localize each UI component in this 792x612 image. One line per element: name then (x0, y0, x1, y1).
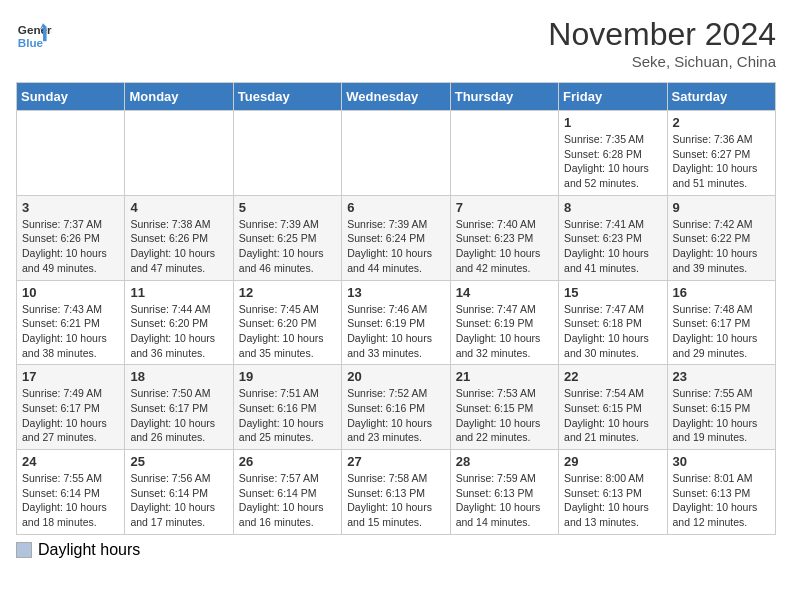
calendar-day-header: Tuesday (233, 83, 341, 111)
day-number: 13 (347, 285, 444, 300)
day-number: 3 (22, 200, 119, 215)
calendar-day-header: Friday (559, 83, 667, 111)
day-info: Sunrise: 7:39 AM Sunset: 6:25 PM Dayligh… (239, 217, 336, 276)
calendar-header-row: SundayMondayTuesdayWednesdayThursdayFrid… (17, 83, 776, 111)
calendar-cell: 15Sunrise: 7:47 AM Sunset: 6:18 PM Dayli… (559, 280, 667, 365)
calendar-cell: 30Sunrise: 8:01 AM Sunset: 6:13 PM Dayli… (667, 450, 775, 535)
day-number: 11 (130, 285, 227, 300)
day-info: Sunrise: 8:00 AM Sunset: 6:13 PM Dayligh… (564, 471, 661, 530)
day-info: Sunrise: 7:36 AM Sunset: 6:27 PM Dayligh… (673, 132, 770, 191)
day-number: 30 (673, 454, 770, 469)
legend-label: Daylight hours (38, 541, 140, 559)
day-info: Sunrise: 8:01 AM Sunset: 6:13 PM Dayligh… (673, 471, 770, 530)
day-info: Sunrise: 7:44 AM Sunset: 6:20 PM Dayligh… (130, 302, 227, 361)
day-number: 24 (22, 454, 119, 469)
calendar-day-header: Wednesday (342, 83, 450, 111)
day-number: 2 (673, 115, 770, 130)
day-info: Sunrise: 7:56 AM Sunset: 6:14 PM Dayligh… (130, 471, 227, 530)
day-number: 22 (564, 369, 661, 384)
day-number: 18 (130, 369, 227, 384)
day-info: Sunrise: 7:54 AM Sunset: 6:15 PM Dayligh… (564, 386, 661, 445)
day-info: Sunrise: 7:47 AM Sunset: 6:19 PM Dayligh… (456, 302, 553, 361)
day-number: 23 (673, 369, 770, 384)
day-info: Sunrise: 7:41 AM Sunset: 6:23 PM Dayligh… (564, 217, 661, 276)
calendar-cell: 4Sunrise: 7:38 AM Sunset: 6:26 PM Daylig… (125, 195, 233, 280)
calendar-week-row: 1Sunrise: 7:35 AM Sunset: 6:28 PM Daylig… (17, 111, 776, 196)
page-header: General Blue November 2024 Seke, Sichuan… (16, 16, 776, 70)
calendar-cell (233, 111, 341, 196)
day-number: 14 (456, 285, 553, 300)
calendar-week-row: 3Sunrise: 7:37 AM Sunset: 6:26 PM Daylig… (17, 195, 776, 280)
day-info: Sunrise: 7:55 AM Sunset: 6:14 PM Dayligh… (22, 471, 119, 530)
day-info: Sunrise: 7:55 AM Sunset: 6:15 PM Dayligh… (673, 386, 770, 445)
calendar-cell: 7Sunrise: 7:40 AM Sunset: 6:23 PM Daylig… (450, 195, 558, 280)
day-info: Sunrise: 7:53 AM Sunset: 6:15 PM Dayligh… (456, 386, 553, 445)
day-info: Sunrise: 7:35 AM Sunset: 6:28 PM Dayligh… (564, 132, 661, 191)
day-number: 6 (347, 200, 444, 215)
day-number: 28 (456, 454, 553, 469)
day-number: 7 (456, 200, 553, 215)
day-number: 26 (239, 454, 336, 469)
title-block: November 2024 Seke, Sichuan, China (548, 16, 776, 70)
calendar-cell (450, 111, 558, 196)
calendar-cell: 11Sunrise: 7:44 AM Sunset: 6:20 PM Dayli… (125, 280, 233, 365)
calendar-day-header: Sunday (17, 83, 125, 111)
calendar-cell: 9Sunrise: 7:42 AM Sunset: 6:22 PM Daylig… (667, 195, 775, 280)
calendar-cell (17, 111, 125, 196)
day-info: Sunrise: 7:42 AM Sunset: 6:22 PM Dayligh… (673, 217, 770, 276)
day-number: 4 (130, 200, 227, 215)
calendar-cell: 14Sunrise: 7:47 AM Sunset: 6:19 PM Dayli… (450, 280, 558, 365)
calendar-day-header: Monday (125, 83, 233, 111)
calendar-cell: 19Sunrise: 7:51 AM Sunset: 6:16 PM Dayli… (233, 365, 341, 450)
day-number: 17 (22, 369, 119, 384)
day-number: 27 (347, 454, 444, 469)
legend: Daylight hours (16, 541, 776, 559)
day-info: Sunrise: 7:37 AM Sunset: 6:26 PM Dayligh… (22, 217, 119, 276)
month-title: November 2024 (548, 16, 776, 53)
calendar-cell: 5Sunrise: 7:39 AM Sunset: 6:25 PM Daylig… (233, 195, 341, 280)
day-info: Sunrise: 7:48 AM Sunset: 6:17 PM Dayligh… (673, 302, 770, 361)
calendar-cell (125, 111, 233, 196)
calendar-cell: 13Sunrise: 7:46 AM Sunset: 6:19 PM Dayli… (342, 280, 450, 365)
day-number: 21 (456, 369, 553, 384)
calendar-cell: 25Sunrise: 7:56 AM Sunset: 6:14 PM Dayli… (125, 450, 233, 535)
calendar-cell: 3Sunrise: 7:37 AM Sunset: 6:26 PM Daylig… (17, 195, 125, 280)
calendar-cell: 2Sunrise: 7:36 AM Sunset: 6:27 PM Daylig… (667, 111, 775, 196)
calendar-cell: 28Sunrise: 7:59 AM Sunset: 6:13 PM Dayli… (450, 450, 558, 535)
day-number: 10 (22, 285, 119, 300)
calendar-cell: 24Sunrise: 7:55 AM Sunset: 6:14 PM Dayli… (17, 450, 125, 535)
day-info: Sunrise: 7:43 AM Sunset: 6:21 PM Dayligh… (22, 302, 119, 361)
calendar-cell: 17Sunrise: 7:49 AM Sunset: 6:17 PM Dayli… (17, 365, 125, 450)
day-number: 12 (239, 285, 336, 300)
logo: General Blue (16, 16, 52, 52)
day-info: Sunrise: 7:46 AM Sunset: 6:19 PM Dayligh… (347, 302, 444, 361)
location: Seke, Sichuan, China (548, 53, 776, 70)
day-info: Sunrise: 7:39 AM Sunset: 6:24 PM Dayligh… (347, 217, 444, 276)
day-info: Sunrise: 7:57 AM Sunset: 6:14 PM Dayligh… (239, 471, 336, 530)
calendar-cell: 18Sunrise: 7:50 AM Sunset: 6:17 PM Dayli… (125, 365, 233, 450)
calendar-cell: 6Sunrise: 7:39 AM Sunset: 6:24 PM Daylig… (342, 195, 450, 280)
day-number: 5 (239, 200, 336, 215)
calendar-cell: 23Sunrise: 7:55 AM Sunset: 6:15 PM Dayli… (667, 365, 775, 450)
day-info: Sunrise: 7:38 AM Sunset: 6:26 PM Dayligh… (130, 217, 227, 276)
calendar-cell: 29Sunrise: 8:00 AM Sunset: 6:13 PM Dayli… (559, 450, 667, 535)
day-info: Sunrise: 7:52 AM Sunset: 6:16 PM Dayligh… (347, 386, 444, 445)
calendar-cell: 1Sunrise: 7:35 AM Sunset: 6:28 PM Daylig… (559, 111, 667, 196)
day-info: Sunrise: 7:40 AM Sunset: 6:23 PM Dayligh… (456, 217, 553, 276)
calendar-table: SundayMondayTuesdayWednesdayThursdayFrid… (16, 82, 776, 535)
calendar-cell: 8Sunrise: 7:41 AM Sunset: 6:23 PM Daylig… (559, 195, 667, 280)
day-number: 15 (564, 285, 661, 300)
day-number: 9 (673, 200, 770, 215)
day-number: 29 (564, 454, 661, 469)
day-info: Sunrise: 7:58 AM Sunset: 6:13 PM Dayligh… (347, 471, 444, 530)
day-info: Sunrise: 7:45 AM Sunset: 6:20 PM Dayligh… (239, 302, 336, 361)
day-info: Sunrise: 7:51 AM Sunset: 6:16 PM Dayligh… (239, 386, 336, 445)
calendar-cell: 27Sunrise: 7:58 AM Sunset: 6:13 PM Dayli… (342, 450, 450, 535)
calendar-week-row: 17Sunrise: 7:49 AM Sunset: 6:17 PM Dayli… (17, 365, 776, 450)
calendar-cell: 10Sunrise: 7:43 AM Sunset: 6:21 PM Dayli… (17, 280, 125, 365)
day-number: 1 (564, 115, 661, 130)
logo-icon: General Blue (16, 16, 52, 52)
calendar-week-row: 24Sunrise: 7:55 AM Sunset: 6:14 PM Dayli… (17, 450, 776, 535)
calendar-cell (342, 111, 450, 196)
calendar-day-header: Saturday (667, 83, 775, 111)
